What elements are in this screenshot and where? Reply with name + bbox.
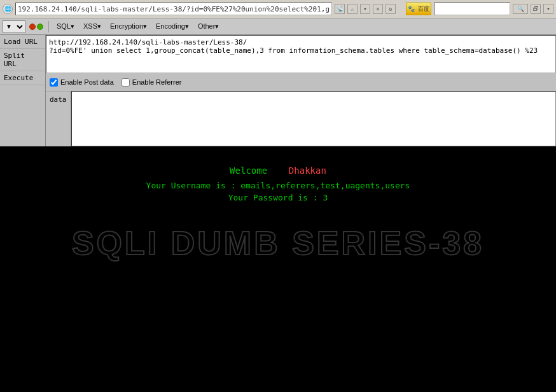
right-panel: Enable Post data Enable Referrer data [46,35,556,146]
enable-post-checkbox[interactable] [50,78,58,87]
address-input[interactable] [15,3,332,15]
title-banner: SQLI DUMB SERIES-38 [72,224,484,262]
password-info-line: Your Password is : 3 [146,193,410,202]
main-content: Welcome Dhakkan Your Username is : email… [0,146,556,392]
rss-button[interactable]: 📡 [335,4,345,14]
green-light [37,24,43,30]
refresh-button[interactable]: ↻ [386,4,396,14]
address-bar: 🌐 📡 ☆ ▾ ✕ ↻ 🐾 百度 🔍 🗗 ▾ [0,0,556,18]
enable-post-text: Enable Post data [60,78,114,86]
encoding-menu-item[interactable]: Encoding▾ [153,21,191,32]
menu-button[interactable]: ▾ [543,4,553,14]
site-icon: 🌐 [3,4,13,14]
red-light [29,24,36,30]
bookmark-button[interactable]: ☆ [347,4,358,14]
welcome-text: Welcome [230,165,267,176]
username-info-line: Your Username is : emails,referers,test,… [146,181,410,190]
search-go-button[interactable]: 🔍 [513,4,528,14]
url-textarea[interactable] [46,35,556,73]
encryption-menu-item[interactable]: Encryption▾ [108,21,149,32]
username-display: Dhakkan [289,165,326,176]
other-menu-item[interactable]: Other▾ [195,21,222,32]
options-row: Enable Post data Enable Referrer [46,73,556,91]
traffic-lights [29,24,43,30]
split-url-button[interactable]: Split URL [0,49,45,71]
new-tab-button[interactable]: 🗗 [531,4,541,14]
enable-post-label[interactable]: Enable Post data [50,78,114,87]
enable-referrer-text: Enable Referrer [132,78,182,86]
data-label: data [46,91,71,146]
welcome-section: Welcome Dhakkan Your Username is : email… [146,165,410,205]
search-input[interactable] [434,3,510,15]
welcome-line: Welcome Dhakkan [146,165,410,176]
baidu-search-button[interactable]: 🐾 百度 [406,3,431,15]
enable-referrer-checkbox[interactable] [122,78,130,87]
baidu-label: 🐾 百度 [408,5,429,13]
sql-menu-item[interactable]: SQL▾ [54,21,77,32]
down-button[interactable]: ▾ [360,4,370,14]
left-labels: Load URL Split URL Execute [0,35,46,146]
xss-menu-item[interactable]: XSS▾ [81,21,104,32]
data-textarea[interactable] [71,91,557,146]
tool-panel: Load URL Split URL Execute Enable Post d… [0,35,556,146]
toolbar: ▼ SQL▾ XSS▾ Encryption▾ Encoding▾ Other▾ [0,18,556,35]
execute-button[interactable]: Execute [0,71,45,85]
enable-referrer-label[interactable]: Enable Referrer [122,78,182,87]
load-url-button[interactable]: Load URL [0,35,45,49]
stop-button[interactable]: ✕ [373,4,383,14]
separator-1 [48,21,49,32]
toolbar-dropdown[interactable]: ▼ [3,20,25,33]
